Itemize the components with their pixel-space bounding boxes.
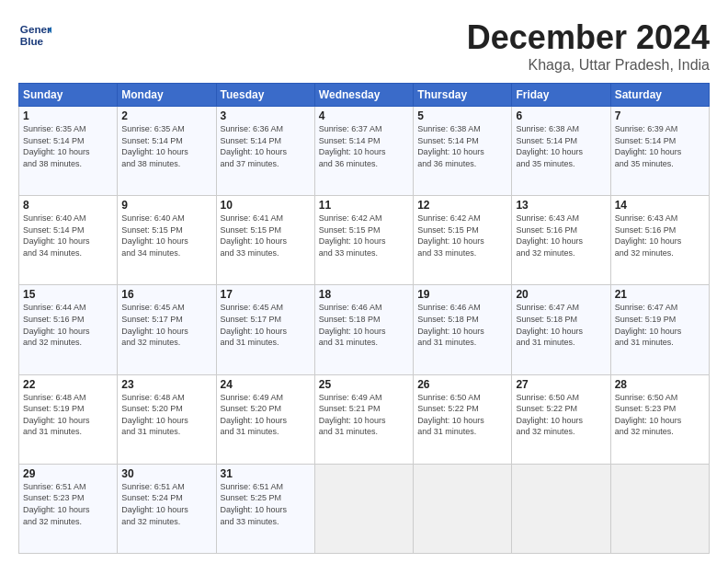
day-number: 24 [221, 378, 311, 391]
calendar-cell: 20Sunrise: 6:47 AM Sunset: 5:18 PM Dayli… [512, 285, 610, 374]
day-info: Sunrise: 6:42 AM Sunset: 5:15 PM Dayligh… [417, 213, 507, 259]
day-info: Sunrise: 6:43 AM Sunset: 5:16 PM Dayligh… [516, 213, 606, 259]
day-number: 26 [417, 378, 507, 391]
day-number: 30 [121, 467, 211, 480]
calendar-header-sunday: Sunday [19, 84, 118, 107]
subtitle: Khaga, Uttar Pradesh, India [467, 57, 710, 74]
day-info: Sunrise: 6:40 AM Sunset: 5:15 PM Dayligh… [121, 213, 211, 259]
day-info: Sunrise: 6:38 AM Sunset: 5:14 PM Dayligh… [516, 123, 606, 169]
day-number: 16 [121, 288, 211, 301]
calendar-header-thursday: Thursday [414, 84, 512, 107]
calendar-cell [610, 464, 709, 553]
day-info: Sunrise: 6:50 AM Sunset: 5:22 PM Dayligh… [417, 392, 507, 438]
calendar-cell: 19Sunrise: 6:46 AM Sunset: 5:18 PM Dayli… [414, 285, 512, 374]
calendar-cell: 28Sunrise: 6:50 AM Sunset: 5:23 PM Dayli… [610, 374, 709, 464]
day-number: 27 [516, 378, 606, 391]
calendar-table: SundayMondayTuesdayWednesdayThursdayFrid… [18, 83, 710, 554]
day-info: Sunrise: 6:43 AM Sunset: 5:16 PM Dayligh… [615, 213, 705, 259]
calendar-header-monday: Monday [118, 84, 216, 107]
calendar-cell: 27Sunrise: 6:50 AM Sunset: 5:22 PM Dayli… [512, 374, 610, 464]
generalblue-logo-icon: General Blue [18, 18, 51, 52]
calendar-cell: 10Sunrise: 6:41 AM Sunset: 5:15 PM Dayli… [216, 196, 314, 285]
calendar-cell: 31Sunrise: 6:51 AM Sunset: 5:25 PM Dayli… [216, 464, 314, 553]
calendar-cell: 23Sunrise: 6:48 AM Sunset: 5:20 PM Dayli… [118, 374, 216, 464]
calendar-cell: 3Sunrise: 6:36 AM Sunset: 5:14 PM Daylig… [216, 107, 314, 196]
calendar-cell: 5Sunrise: 6:38 AM Sunset: 5:14 PM Daylig… [414, 107, 512, 196]
day-number: 11 [319, 199, 409, 212]
calendar-cell: 13Sunrise: 6:43 AM Sunset: 5:16 PM Dayli… [512, 196, 610, 285]
day-number: 18 [319, 288, 409, 301]
calendar-cell: 21Sunrise: 6:47 AM Sunset: 5:19 PM Dayli… [610, 285, 709, 374]
day-number: 8 [23, 199, 113, 212]
calendar-cell: 29Sunrise: 6:51 AM Sunset: 5:23 PM Dayli… [19, 464, 118, 553]
day-number: 10 [221, 199, 311, 212]
day-info: Sunrise: 6:35 AM Sunset: 5:14 PM Dayligh… [121, 123, 211, 169]
day-info: Sunrise: 6:50 AM Sunset: 5:23 PM Dayligh… [615, 392, 705, 438]
calendar-cell: 14Sunrise: 6:43 AM Sunset: 5:16 PM Dayli… [610, 196, 709, 285]
calendar-header-wednesday: Wednesday [314, 84, 413, 107]
calendar-week-3: 15Sunrise: 6:44 AM Sunset: 5:16 PM Dayli… [19, 285, 710, 374]
day-info: Sunrise: 6:46 AM Sunset: 5:18 PM Dayligh… [417, 302, 507, 348]
calendar-cell: 8Sunrise: 6:40 AM Sunset: 5:14 PM Daylig… [19, 196, 118, 285]
day-number: 28 [615, 378, 705, 391]
calendar-cell: 1Sunrise: 6:35 AM Sunset: 5:14 PM Daylig… [19, 107, 118, 196]
day-info: Sunrise: 6:44 AM Sunset: 5:16 PM Dayligh… [23, 302, 113, 348]
calendar-cell: 11Sunrise: 6:42 AM Sunset: 5:15 PM Dayli… [314, 196, 413, 285]
calendar-cell: 25Sunrise: 6:49 AM Sunset: 5:21 PM Dayli… [314, 374, 413, 464]
day-info: Sunrise: 6:35 AM Sunset: 5:14 PM Dayligh… [23, 123, 113, 169]
main-title: December 2024 [467, 18, 710, 57]
calendar-cell: 9Sunrise: 6:40 AM Sunset: 5:15 PM Daylig… [118, 196, 216, 285]
day-number: 3 [221, 109, 311, 122]
day-number: 9 [121, 199, 211, 212]
day-info: Sunrise: 6:51 AM Sunset: 5:23 PM Dayligh… [23, 481, 113, 527]
calendar-cell: 22Sunrise: 6:48 AM Sunset: 5:19 PM Dayli… [19, 374, 118, 464]
day-info: Sunrise: 6:42 AM Sunset: 5:15 PM Dayligh… [319, 213, 409, 259]
calendar-cell: 30Sunrise: 6:51 AM Sunset: 5:24 PM Dayli… [118, 464, 216, 553]
day-info: Sunrise: 6:40 AM Sunset: 5:14 PM Dayligh… [23, 213, 113, 259]
header: General Blue December 2024 Khaga, Uttar … [18, 18, 710, 74]
day-info: Sunrise: 6:48 AM Sunset: 5:19 PM Dayligh… [23, 392, 113, 438]
day-info: Sunrise: 6:48 AM Sunset: 5:20 PM Dayligh… [121, 392, 211, 438]
day-number: 15 [23, 288, 113, 301]
calendar-cell: 26Sunrise: 6:50 AM Sunset: 5:22 PM Dayli… [414, 374, 512, 464]
day-info: Sunrise: 6:47 AM Sunset: 5:18 PM Dayligh… [516, 302, 606, 348]
day-info: Sunrise: 6:45 AM Sunset: 5:17 PM Dayligh… [221, 302, 311, 348]
page: General Blue December 2024 Khaga, Uttar … [0, 0, 728, 563]
day-number: 31 [221, 467, 311, 480]
day-info: Sunrise: 6:47 AM Sunset: 5:19 PM Dayligh… [615, 302, 705, 348]
day-info: Sunrise: 6:46 AM Sunset: 5:18 PM Dayligh… [319, 302, 409, 348]
calendar-cell [512, 464, 610, 553]
day-info: Sunrise: 6:51 AM Sunset: 5:25 PM Dayligh… [221, 481, 311, 527]
day-number: 14 [615, 199, 705, 212]
calendar-cell: 2Sunrise: 6:35 AM Sunset: 5:14 PM Daylig… [118, 107, 216, 196]
day-number: 29 [23, 467, 113, 480]
calendar-header-row: SundayMondayTuesdayWednesdayThursdayFrid… [19, 84, 710, 107]
day-number: 20 [516, 288, 606, 301]
svg-text:Blue: Blue [20, 35, 44, 47]
day-info: Sunrise: 6:50 AM Sunset: 5:22 PM Dayligh… [516, 392, 606, 438]
calendar-cell [414, 464, 512, 553]
calendar-cell: 7Sunrise: 6:39 AM Sunset: 5:14 PM Daylig… [610, 107, 709, 196]
calendar-header-friday: Friday [512, 84, 610, 107]
day-number: 1 [23, 109, 113, 122]
day-info: Sunrise: 6:36 AM Sunset: 5:14 PM Dayligh… [221, 123, 311, 169]
calendar-week-5: 29Sunrise: 6:51 AM Sunset: 5:23 PM Dayli… [19, 464, 710, 553]
day-number: 19 [417, 288, 507, 301]
day-number: 23 [121, 378, 211, 391]
calendar-cell: 15Sunrise: 6:44 AM Sunset: 5:16 PM Dayli… [19, 285, 118, 374]
calendar-cell: 16Sunrise: 6:45 AM Sunset: 5:17 PM Dayli… [118, 285, 216, 374]
day-info: Sunrise: 6:37 AM Sunset: 5:14 PM Dayligh… [319, 123, 409, 169]
calendar-cell: 18Sunrise: 6:46 AM Sunset: 5:18 PM Dayli… [314, 285, 413, 374]
day-number: 13 [516, 199, 606, 212]
svg-text:General: General [20, 23, 51, 35]
day-info: Sunrise: 6:39 AM Sunset: 5:14 PM Dayligh… [615, 123, 705, 169]
calendar-header-tuesday: Tuesday [216, 84, 314, 107]
calendar-cell: 6Sunrise: 6:38 AM Sunset: 5:14 PM Daylig… [512, 107, 610, 196]
calendar-week-1: 1Sunrise: 6:35 AM Sunset: 5:14 PM Daylig… [19, 107, 710, 196]
day-number: 7 [615, 109, 705, 122]
calendar-cell: 12Sunrise: 6:42 AM Sunset: 5:15 PM Dayli… [414, 196, 512, 285]
day-number: 21 [615, 288, 705, 301]
title-block: December 2024 Khaga, Uttar Pradesh, Indi… [467, 18, 710, 74]
day-info: Sunrise: 6:45 AM Sunset: 5:17 PM Dayligh… [121, 302, 211, 348]
day-number: 12 [417, 199, 507, 212]
